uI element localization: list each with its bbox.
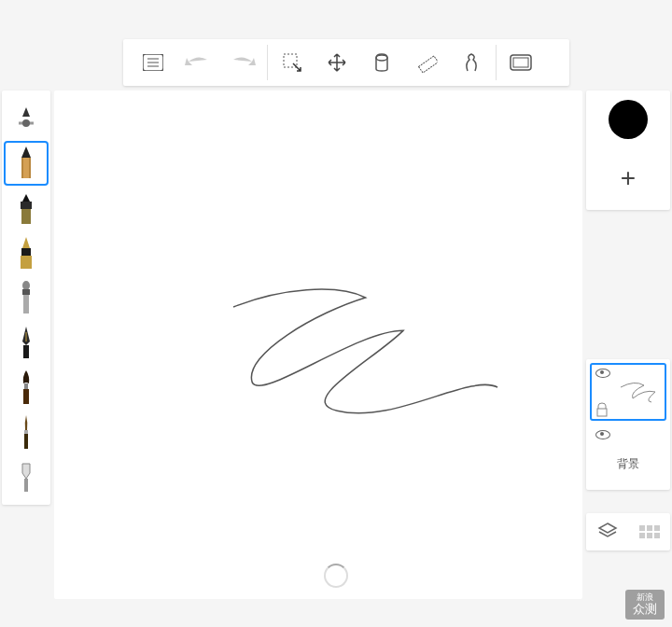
svg-rect-17 <box>21 256 32 269</box>
svg-rect-8 <box>513 58 528 67</box>
add-color-button[interactable]: + <box>606 156 651 201</box>
svg-rect-23 <box>24 383 28 389</box>
svg-rect-25 <box>24 430 28 434</box>
layer-1[interactable] <box>590 363 666 421</box>
frame-icon[interactable] <box>498 40 543 85</box>
svg-rect-19 <box>22 289 30 295</box>
svg-rect-24 <box>23 389 29 404</box>
svg-rect-13 <box>29 158 31 178</box>
move-icon[interactable] <box>315 40 359 85</box>
list-icon[interactable] <box>131 40 175 85</box>
fine-brush-tool[interactable] <box>4 410 49 454</box>
svg-rect-20 <box>23 295 29 314</box>
layer-background[interactable]: 背景 <box>590 425 666 482</box>
watermark: 新浪 众测 <box>625 590 665 620</box>
svg-rect-14 <box>21 202 32 209</box>
svg-rect-15 <box>21 209 31 224</box>
loading-spinner <box>324 564 348 588</box>
svg-rect-12 <box>21 158 23 178</box>
color-panel: + <box>586 91 670 210</box>
undo-icon[interactable] <box>175 40 220 85</box>
pencil-tool[interactable] <box>4 141 49 186</box>
shape-icon[interactable] <box>449 40 494 85</box>
grid-icon[interactable] <box>639 525 660 538</box>
visibility-icon[interactable] <box>595 369 610 378</box>
brush-toolbar <box>2 91 50 505</box>
fill-icon[interactable] <box>359 40 404 85</box>
visibility-icon[interactable] <box>595 430 610 439</box>
ruler-icon[interactable] <box>404 40 449 85</box>
svg-rect-28 <box>597 409 607 416</box>
select-icon[interactable] <box>270 40 315 85</box>
svg-rect-26 <box>24 434 28 449</box>
svg-rect-27 <box>24 479 28 492</box>
canvas-area[interactable] <box>54 91 582 599</box>
fountain-pen-tool[interactable] <box>4 320 49 365</box>
layers-icon[interactable] <box>597 522 618 542</box>
svg-point-5 <box>376 55 387 61</box>
svg-rect-6 <box>419 56 438 73</box>
marker-tool[interactable] <box>4 186 49 230</box>
chisel-tool[interactable] <box>4 454 49 499</box>
current-color[interactable] <box>609 100 648 139</box>
svg-point-18 <box>22 281 30 290</box>
layer-actions <box>586 513 670 550</box>
top-toolbar <box>123 39 569 86</box>
layer-label: 背景 <box>595 456 661 472</box>
airbrush-tool[interactable] <box>4 275 49 320</box>
svg-point-10 <box>22 119 30 127</box>
svg-rect-22 <box>23 345 29 358</box>
pen-tool[interactable] <box>4 230 49 275</box>
brush-tool[interactable] <box>4 365 49 410</box>
svg-rect-16 <box>21 248 31 256</box>
brush-settings-icon[interactable] <box>4 96 49 141</box>
layers-panel: 背景 <box>586 359 670 490</box>
lock-icon <box>595 402 609 417</box>
redo-icon[interactable] <box>220 40 265 85</box>
